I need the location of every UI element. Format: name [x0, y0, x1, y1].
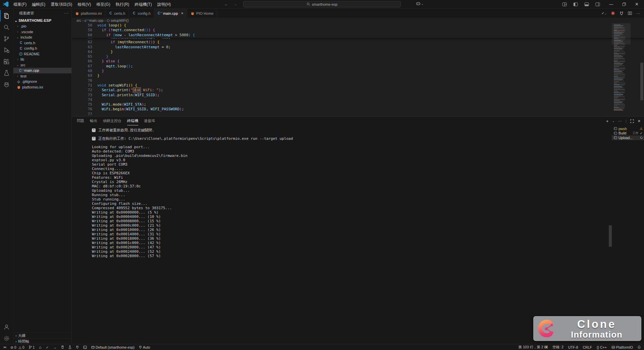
pio-clean-button[interactable]	[61, 345, 64, 349]
terminal-list-item-pwsh[interactable]: pwsh⚠	[612, 126, 644, 131]
activity-bar-search-icon[interactable]	[0, 21, 13, 33]
pio-debug-icon[interactable]	[611, 11, 615, 15]
panel-tab-偵錯主控台[interactable]: 偵錯主控台	[103, 117, 121, 125]
toggle-sidebar-icon[interactable]	[573, 2, 578, 6]
menu-item-說明-h[interactable]: 說明(H)	[155, 1, 174, 8]
tree-item-pio[interactable]: ›.pio	[13, 23, 71, 29]
tab-pio-home[interactable]: PIO Home	[187, 9, 217, 18]
close-window-icon[interactable]: ✕	[635, 2, 639, 7]
panel-tab-連接埠[interactable]: 連接埠	[144, 117, 155, 125]
close-panel-icon[interactable]: ✕	[638, 119, 641, 123]
terminal-scrollbar[interactable]	[609, 225, 612, 247]
activity-bar-test-icon[interactable]	[0, 67, 13, 78]
menu-item-檔案-f[interactable]: 檔案(F)	[11, 1, 29, 8]
new-terminal-button[interactable]: +	[606, 119, 609, 124]
tree-item-lib[interactable]: ›lib	[13, 57, 71, 62]
tree-item-include[interactable]: ⌄include	[13, 35, 71, 40]
split-editor-icon[interactable]	[628, 11, 632, 15]
pio-home-button[interactable]: ⌂	[39, 345, 41, 350]
panel-tab-輸出[interactable]: 輸出	[90, 117, 97, 125]
terminal-label: pwsh	[619, 127, 638, 131]
tree-item-config-h[interactable]: Cconfig.h	[13, 46, 71, 51]
breadcrumb-symbol[interactable]: setupWiFi()	[111, 18, 129, 22]
activity-bar-explorer-icon[interactable]	[0, 10, 13, 21]
pio-test-button[interactable]	[68, 345, 71, 349]
outline-section[interactable]: › 大綱	[13, 333, 71, 338]
pio-serial-monitor-button[interactable]	[76, 345, 79, 349]
terminal-list-item-upload[interactable]: Upload...	[612, 135, 644, 140]
encoding[interactable]: UTF-8	[568, 345, 578, 349]
toggle-panel-icon[interactable]	[584, 2, 589, 6]
code-editor[interactable]: 61 lastReconnectAttempt = now;62 if (mqt…	[72, 23, 644, 116]
eol-sequence[interactable]: CRLF	[583, 345, 592, 349]
serial-monitor-icon[interactable]	[620, 11, 624, 15]
breadcrumb-file[interactable]: main.cpp	[89, 18, 104, 22]
activity-bar-settings-icon[interactable]	[0, 333, 13, 344]
customize-layout-icon[interactable]	[562, 2, 567, 6]
tree-item-readme[interactable]: iREADME	[13, 51, 71, 57]
forward-icon[interactable]: →	[233, 2, 237, 7]
tab-platformio-ini[interactable]: platformio.ini	[72, 9, 105, 18]
tab-main-cpp[interactable]: C++main.cpp✕	[154, 9, 187, 18]
pio-env-switcher[interactable]: Default (smarthome-esp)	[91, 345, 135, 349]
more-actions-icon[interactable]: ···	[636, 11, 640, 15]
task-decoration-icon[interactable]	[92, 128, 96, 132]
tab-certs-h[interactable]: Ccerts.h	[105, 9, 129, 18]
pio-project-env[interactable]: 1	[29, 345, 35, 349]
language-mode[interactable]: {} C++	[597, 345, 607, 349]
editor-scrollbar[interactable]	[640, 63, 643, 100]
activity-bar-source-control-icon[interactable]	[0, 33, 13, 44]
restore-icon[interactable]	[622, 2, 626, 6]
close-tab-icon[interactable]: ✕	[181, 12, 184, 15]
task-decoration-icon[interactable]	[92, 137, 96, 140]
workspace-root[interactable]: ⌄ SMARTHOME-ESP	[13, 17, 71, 23]
panel-tab-問題[interactable]: 問題	[77, 117, 84, 125]
minimap[interactable]	[614, 24, 629, 112]
tree-item-gitignore[interactable]: ◇.gitignore	[13, 79, 71, 84]
command-center-search[interactable]: smarthome-esp	[243, 1, 401, 7]
menu-item-編輯-e[interactable]: 編輯(E)	[29, 1, 48, 8]
chevron-down-icon[interactable]: ⌄	[612, 120, 614, 123]
terminal-view[interactable]: 工作將被重新啟用.按任意鍵關閉.正在執行的工作: C:\Users\Clone\…	[72, 125, 644, 344]
problems-status[interactable]: ⊘0 △0	[10, 345, 24, 349]
more-actions-icon[interactable]: ···	[64, 11, 69, 15]
pio-upload-button[interactable]: →	[53, 345, 57, 349]
menu-item-移至-g[interactable]: 移至(G)	[94, 1, 113, 8]
indentation[interactable]: 空格: 2	[552, 345, 564, 350]
remote-indicator[interactable]: ><	[3, 346, 6, 349]
copilot-menu[interactable]: ⌄	[416, 2, 424, 6]
activity-bar-run-debug-icon[interactable]	[0, 44, 13, 56]
pio-build-button[interactable]: ✓	[46, 345, 49, 349]
menu-item-檢視-v[interactable]: 檢視(V)	[75, 1, 94, 8]
tree-item-test[interactable]: ›test	[13, 73, 71, 79]
tree-item-certs-h[interactable]: Ccerts.h	[13, 40, 71, 46]
menu-item-執行-r[interactable]: 執行(R)	[113, 1, 132, 8]
tree-item-platformio-ini[interactable]: platformio.ini	[13, 84, 71, 90]
tab-config-h[interactable]: Cconfig.h	[129, 9, 154, 18]
back-icon[interactable]: ←	[224, 2, 228, 7]
tree-item-src[interactable]: ⌄src	[13, 62, 71, 68]
minimize-icon[interactable]: —	[609, 2, 613, 7]
terminal-list-item-build[interactable]: Build工作✓	[612, 131, 644, 136]
tree-item-main-cpp[interactable]: C++main.cpp	[13, 68, 71, 73]
menu-item-選取項目-s[interactable]: 選取項目(S)	[48, 1, 75, 8]
panel-tab-終端機[interactable]: 終端機	[127, 117, 138, 125]
search-icon	[307, 2, 310, 6]
pio-port-selector[interactable]: Auto	[139, 345, 150, 349]
breadcrumb-src[interactable]: src	[76, 18, 81, 22]
notifications-bell-icon[interactable]	[638, 345, 641, 349]
run-task-button[interactable]: ✓⌄	[601, 11, 606, 15]
pio-terminal-button[interactable]	[83, 346, 87, 349]
maximize-panel-icon[interactable]	[630, 119, 634, 123]
activity-bar-account-icon[interactable]	[0, 321, 13, 333]
platformio-status[interactable]: PlatformIO	[611, 345, 633, 349]
toggle-secondary-sidebar-icon[interactable]	[595, 2, 600, 6]
activity-bar-extensions-icon[interactable]	[0, 56, 13, 67]
tree-item-vscode[interactable]: ›.vscode	[13, 29, 71, 35]
cursor-position[interactable]: 第 103 行，第 2 欄	[519, 345, 548, 350]
timeline-section[interactable]: › 時間軸	[13, 338, 71, 344]
chevron-down-icon: ⌄	[421, 2, 424, 5]
menu-item-終端機-t[interactable]: 終端機(T)	[132, 1, 154, 8]
activity-bar-platformio-icon[interactable]	[0, 78, 13, 90]
more-actions-icon[interactable]: ···	[618, 119, 622, 123]
